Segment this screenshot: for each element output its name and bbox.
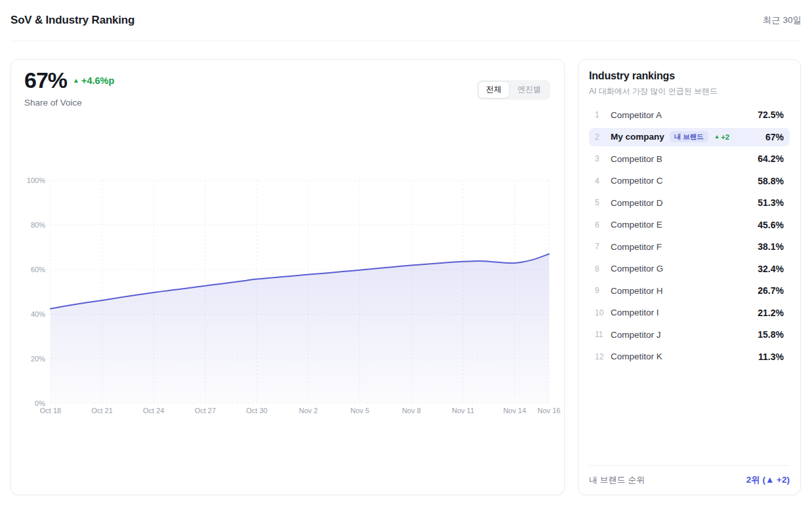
ranking-row: 2 My company 내 브랜드 ▲ +2 67% xyxy=(589,128,790,146)
sov-summary: 67% ▲ +4.6%p xyxy=(24,68,114,93)
view-toggle: 전체 엔진별 xyxy=(477,80,550,100)
toggle-option-engine[interactable]: 엔진별 xyxy=(510,81,549,98)
svg-text:Oct 18: Oct 18 xyxy=(40,407,61,414)
sov-change-text: +4.6%p xyxy=(81,75,114,86)
ranking-row: 1 Competitor A 72.5% xyxy=(589,106,790,124)
svg-text:Oct 24: Oct 24 xyxy=(143,407,164,414)
brand-score: 15.8% xyxy=(758,329,784,340)
rank-change: ▲ +2 xyxy=(714,133,730,141)
brand-score: 51.3% xyxy=(758,197,784,208)
svg-text:60%: 60% xyxy=(31,266,45,273)
ranking-row: 9 Competitor H 26.7% xyxy=(589,281,790,300)
svg-text:Oct 27: Oct 27 xyxy=(195,407,216,414)
brand-score: 26.7% xyxy=(758,285,784,296)
brand-name: Competitor F xyxy=(611,242,662,252)
rank-number: 6 xyxy=(595,220,609,230)
ranking-row: 5 Competitor D 51.3% xyxy=(589,193,790,212)
brand-name: My company xyxy=(611,132,664,142)
rank-number: 1 xyxy=(595,110,609,119)
period-label: 최근 30일 xyxy=(763,14,802,26)
sov-label: Share of Voice xyxy=(24,98,82,108)
page-title: SoV & Industry Ranking xyxy=(10,14,134,27)
ranking-row: 6 Competitor E 45.6% xyxy=(589,216,790,234)
brand-score: 11.3% xyxy=(758,352,784,362)
rank-number: 7 xyxy=(595,242,609,251)
ranking-row: 11 Competitor J 15.8% xyxy=(589,325,790,344)
rankings-subtitle: AI 대화에서 가장 많이 언급된 브랜드 xyxy=(589,86,790,97)
brand-name: Competitor C xyxy=(611,176,663,186)
brand-score: 58.8% xyxy=(758,176,784,186)
rank-number: 4 xyxy=(595,176,609,186)
rank-number: 12 xyxy=(595,352,609,361)
page-header: SoV & Industry Ranking 최근 30일 xyxy=(10,0,802,41)
svg-text:Oct 30: Oct 30 xyxy=(246,407,267,414)
svg-text:Nov 2: Nov 2 xyxy=(299,407,318,414)
rank-change-text: +2 xyxy=(721,133,729,141)
svg-text:Nov 8: Nov 8 xyxy=(402,407,421,414)
my-rank-label: 내 브랜드 순위 xyxy=(589,474,645,486)
brand-name: Competitor A xyxy=(611,110,662,120)
svg-text:80%: 80% xyxy=(31,221,45,229)
brand-score: 21.2% xyxy=(758,308,784,318)
sov-card: 67% ▲ +4.6%p Share of Voice 전체 엔진별 0%20%… xyxy=(10,59,565,495)
brand-name: Competitor H xyxy=(611,286,663,296)
my-rank-value: 2위 (▲ +2) xyxy=(746,474,790,486)
brand-name: Competitor G xyxy=(611,264,663,273)
ranking-row: 4 Competitor C 58.8% xyxy=(589,172,790,190)
svg-text:Oct 21: Oct 21 xyxy=(91,407,112,414)
svg-text:20%: 20% xyxy=(31,355,45,363)
brand-score: 67% xyxy=(765,132,784,142)
brand-score: 72.5% xyxy=(758,110,784,120)
svg-text:100%: 100% xyxy=(27,176,45,184)
ranking-row: 10 Competitor I 21.2% xyxy=(589,304,790,322)
toggle-option-all[interactable]: 전체 xyxy=(478,81,510,98)
rankings-list: 1 Competitor A 72.5% 2 My company 내 브랜드 … xyxy=(589,106,790,366)
ranking-row: 12 Competitor K 11.3% xyxy=(589,348,790,366)
brand-name: Competitor D xyxy=(611,198,663,208)
rank-number: 9 xyxy=(595,286,609,295)
brand-name: Competitor K xyxy=(611,352,662,361)
dashboard: SoV & Industry Ranking 최근 30일 67% ▲ +4.6… xyxy=(0,0,812,505)
brand-score: 38.1% xyxy=(758,241,784,252)
ranking-row: 3 Competitor B 64.2% xyxy=(589,150,790,168)
brand-score: 45.6% xyxy=(758,220,784,230)
rank-number: 11 xyxy=(595,330,609,339)
svg-text:Nov 5: Nov 5 xyxy=(350,407,369,414)
svg-text:40%: 40% xyxy=(31,310,45,318)
sov-value: 67% xyxy=(24,68,67,93)
brand-name: Competitor I xyxy=(611,308,659,317)
sov-change: ▲ +4.6%p xyxy=(73,75,114,86)
svg-text:Nov 16: Nov 16 xyxy=(538,407,561,414)
brand-score: 32.4% xyxy=(758,264,784,274)
rank-number: 8 xyxy=(595,264,609,273)
rank-number: 10 xyxy=(595,308,609,317)
brand-score: 64.2% xyxy=(758,153,784,164)
svg-text:Nov 14: Nov 14 xyxy=(503,407,526,414)
rankings-card: Industry rankings AI 대화에서 가장 많이 언급된 브랜드 … xyxy=(578,59,801,495)
rankings-footer: 내 브랜드 순위 2위 (▲ +2) xyxy=(589,465,790,495)
brand-name: Competitor E xyxy=(611,220,662,230)
rankings-title: Industry rankings xyxy=(589,70,790,82)
svg-text:Nov 11: Nov 11 xyxy=(452,407,474,414)
brand-name: Competitor J xyxy=(611,330,661,340)
rank-number: 3 xyxy=(595,154,609,163)
ranking-row: 7 Competitor F 38.1% xyxy=(589,237,790,256)
rank-number: 2 xyxy=(595,132,609,142)
brand-name: Competitor B xyxy=(611,154,662,164)
my-brand-badge: 내 브랜드 xyxy=(670,131,708,142)
ranking-row: 8 Competitor G 32.4% xyxy=(589,260,790,278)
triangle-up-icon: ▲ xyxy=(714,134,720,140)
rank-number: 5 xyxy=(595,198,609,207)
sov-chart: 0%20%40%60%80%100%Oct 18Oct 21Oct 24Oct … xyxy=(20,174,555,417)
svg-text:0%: 0% xyxy=(35,399,45,407)
triangle-up-icon: ▲ xyxy=(73,77,79,84)
